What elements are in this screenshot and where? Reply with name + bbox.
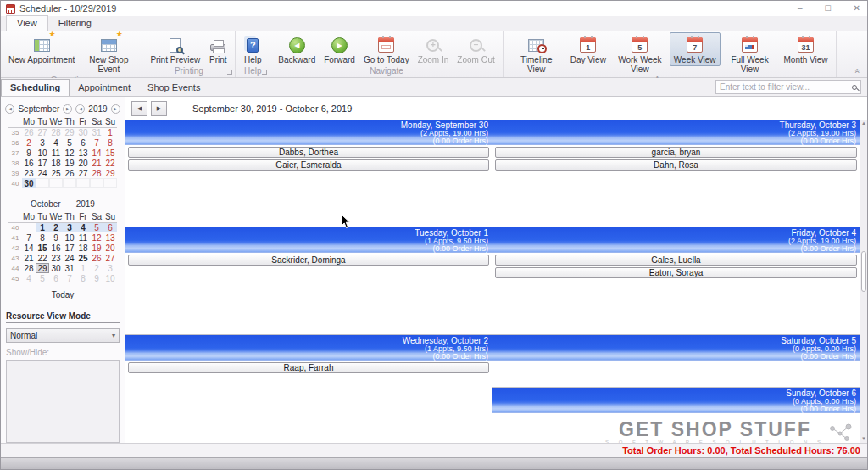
- scroll-down-icon[interactable]: ▼: [860, 435, 867, 443]
- mini-cal-day[interactable]: 13: [103, 232, 117, 243]
- day-cell-tuesday[interactable]: Tuesday, October 1(1 Appts, 9.50 Hrs)(0.…: [125, 227, 492, 335]
- mini-cal-day[interactable]: 24: [36, 168, 49, 178]
- mini-cal-day[interactable]: 8: [76, 273, 90, 283]
- mini-cal-day[interactable]: 9: [49, 232, 63, 243]
- mini-cal-day[interactable]: 11: [76, 232, 90, 243]
- day-cell-sunday[interactable]: Sunday, October 6(0 Appts, 0.00 Hrs)(0.0…: [492, 388, 860, 443]
- scroll-up-icon[interactable]: ▲: [860, 120, 867, 127]
- mini-cal-day[interactable]: 17: [36, 158, 49, 168]
- mini-cal-day[interactable]: 15: [36, 243, 49, 253]
- mini-cal-day[interactable]: 6: [103, 222, 117, 232]
- mini-cal-day[interactable]: 10: [63, 232, 76, 243]
- help-button[interactable]: ? Help: [239, 32, 266, 66]
- go-to-today-button[interactable]: Go to Today: [359, 32, 414, 66]
- mini-cal-day[interactable]: 6: [76, 137, 90, 148]
- mini-cal-day[interactable]: 7: [22, 232, 36, 243]
- mini-cal-day[interactable]: 1: [103, 127, 117, 137]
- appointment-bar[interactable]: Gaier, Esmeralda: [128, 159, 489, 171]
- mini-cal-day[interactable]: 18: [76, 243, 90, 253]
- mini-cal-day[interactable]: 3: [103, 263, 117, 273]
- tab-appointment[interactable]: Appointment: [70, 80, 139, 96]
- day-header-saturday[interactable]: Saturday, October 5(0 Appts, 0.00 Hrs)(0…: [492, 335, 860, 361]
- mini-cal-day[interactable]: 29: [103, 168, 117, 178]
- show-hide-list[interactable]: [6, 360, 120, 443]
- mini-cal-day[interactable]: 30: [49, 263, 63, 273]
- tab-shop-events[interactable]: Shop Events: [139, 80, 209, 96]
- day-header-tuesday[interactable]: Tuesday, October 1(1 Appts, 9.50 Hrs)(0.…: [125, 227, 492, 253]
- mini-cal-day[interactable]: 14: [90, 148, 103, 158]
- appointment-bar[interactable]: garcia, bryan: [495, 147, 857, 158]
- appointment-bar[interactable]: Gales, Luella: [495, 255, 857, 266]
- day-cell-thursday[interactable]: Thursday, October 3(2 Appts, 19.00 Hrs)(…: [492, 120, 860, 227]
- new-shop-event-button[interactable]: ★ New Shop Event: [79, 32, 138, 76]
- prev-week-button[interactable]: ◀: [131, 101, 147, 116]
- mini-cal-day[interactable]: 26: [90, 253, 103, 263]
- mini-cal-day[interactable]: 7: [90, 137, 103, 148]
- mini-cal-day[interactable]: 23: [22, 168, 36, 178]
- mini-cal-day[interactable]: 8: [36, 232, 49, 243]
- day-cell-wednesday[interactable]: Wednesday, October 2(1 Appts, 9.50 Hrs)(…: [125, 335, 492, 443]
- ribbon-tab-filtering[interactable]: Filtering: [48, 16, 102, 31]
- mini-cal-day[interactable]: 27: [76, 168, 90, 178]
- dialog-launcher-icon[interactable]: [262, 70, 267, 75]
- mini-cal-day[interactable]: 29: [36, 263, 49, 273]
- mini-cal-day[interactable]: 21: [90, 158, 103, 168]
- appointment-bar[interactable]: Eaton, Soraya: [495, 267, 857, 278]
- mini-cal-day[interactable]: 7: [63, 273, 76, 283]
- mini-cal-day[interactable]: 9: [22, 148, 36, 158]
- day-header-wednesday[interactable]: Wednesday, October 2(1 Appts, 9.50 Hrs)(…: [125, 335, 492, 361]
- next-year-icon[interactable]: ▶: [111, 104, 120, 114]
- mini-cal-day[interactable]: 16: [22, 158, 36, 168]
- mini-cal-day[interactable]: 3: [36, 137, 49, 148]
- mini-cal-day[interactable]: 9: [90, 273, 103, 283]
- mini-cal-day[interactable]: 25: [76, 253, 90, 263]
- search-icon[interactable]: [852, 85, 857, 90]
- mini-cal-day[interactable]: 10: [103, 273, 117, 283]
- mini-cal-day[interactable]: 31: [63, 263, 76, 273]
- new-appointment-button[interactable]: ★ New Appointment: [4, 32, 79, 66]
- mini-cal-day[interactable]: 20: [76, 158, 90, 168]
- mini-cal-day[interactable]: 14: [22, 243, 36, 253]
- close-button[interactable]: ✕: [854, 4, 860, 13]
- appointment-bar[interactable]: Dahn, Rosa: [495, 159, 857, 171]
- mini-cal-day[interactable]: 11: [49, 148, 63, 158]
- appointment-bar[interactable]: Dabbs, Dorthea: [128, 147, 489, 158]
- mini-cal-day[interactable]: 26: [63, 168, 76, 178]
- dialog-launcher-icon[interactable]: [227, 70, 232, 75]
- mini-cal-day[interactable]: 21: [22, 253, 36, 263]
- mini-cal-day[interactable]: 2: [22, 137, 36, 148]
- mini-cal-day[interactable]: 30: [22, 178, 36, 188]
- mini-cal-day[interactable]: 5: [90, 222, 103, 232]
- appointment-bar[interactable]: Sackrider, Dominga: [128, 255, 489, 266]
- mini-cal-day[interactable]: 23: [49, 253, 63, 263]
- mini-cal-day[interactable]: 19: [63, 158, 76, 168]
- mini-cal-day[interactable]: 16: [49, 243, 63, 253]
- day-header-thursday[interactable]: Thursday, October 3(2 Appts, 19.00 Hrs)(…: [492, 120, 860, 145]
- scrollbar-thumb[interactable]: [861, 251, 866, 292]
- filter-input[interactable]: [720, 82, 849, 92]
- minimize-button[interactable]: –: [798, 4, 803, 13]
- print-button[interactable]: Print: [204, 32, 231, 66]
- day-view-button[interactable]: 1 Day View: [566, 32, 610, 66]
- maximize-button[interactable]: ☐: [825, 4, 832, 13]
- mini-cal-day[interactable]: 30: [76, 127, 90, 137]
- mini-cal-day[interactable]: 5: [36, 273, 49, 283]
- mini-cal-day[interactable]: 27: [36, 127, 49, 137]
- mini-cal-day[interactable]: 4: [22, 273, 36, 283]
- day-cell-monday[interactable]: Monday, September 30(2 Appts, 19.00 Hrs)…: [125, 120, 492, 227]
- day-header-friday[interactable]: Friday, October 4(2 Appts, 19.00 Hrs)(0.…: [492, 227, 860, 253]
- tab-scheduling[interactable]: Scheduling: [1, 79, 70, 96]
- mini-cal-day[interactable]: 25: [49, 168, 63, 178]
- mini-cal-day[interactable]: 15: [103, 148, 117, 158]
- mini-cal-day[interactable]: 5: [63, 137, 76, 148]
- vertical-scrollbar[interactable]: ▲ ▼: [860, 120, 867, 443]
- mini-cal-day[interactable]: 20: [103, 243, 117, 253]
- month-view-button[interactable]: 31 Month View: [780, 32, 832, 66]
- mini-cal-day[interactable]: 4: [49, 137, 63, 148]
- today-button[interactable]: Today: [1, 290, 125, 299]
- mini-cal-day[interactable]: 22: [36, 253, 49, 263]
- mini-cal-day[interactable]: 28: [22, 263, 36, 273]
- mini-cal-day[interactable]: 22: [103, 158, 117, 168]
- prev-month-icon[interactable]: ◀: [5, 104, 14, 114]
- ribbon-tab-view[interactable]: View: [6, 15, 48, 31]
